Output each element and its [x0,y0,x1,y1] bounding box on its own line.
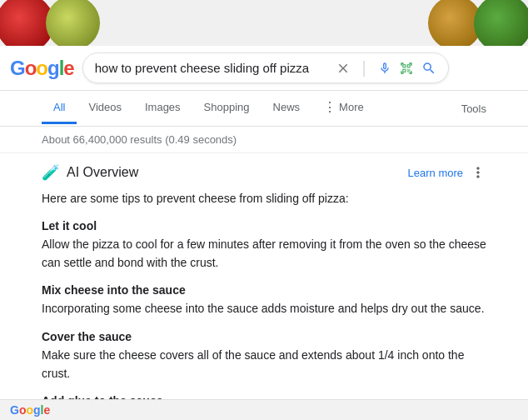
ai-overview-header: 🧪 AI Overview Learn more [42,163,486,182]
tip-desc-cover-sauce: Make sure the cheese covers all of the s… [42,347,486,382]
tools-button[interactable]: Tools [461,94,486,123]
main-content: 🧪 AI Overview Learn more Here are some t… [0,153,528,420]
tab-videos[interactable]: Videos [77,92,133,124]
footer-logo: Google [10,403,50,417]
search-bar: | [82,52,449,83]
clear-button[interactable] [336,61,351,76]
microphone-button[interactable] [378,62,391,75]
tab-all[interactable]: All [42,92,77,124]
more-options-button[interactable] [470,164,486,181]
nav-tabs: All Videos Images Shopping News ⋮ More T… [0,91,528,127]
tip-let-cool: Let it cool Allow the pizza to cool for … [42,219,486,272]
search-input[interactable] [95,61,336,75]
tip-title-let-cool: Let it cool [42,219,486,232]
tab-more[interactable]: ⋮ More [311,91,376,126]
tip-title-cover-sauce: Cover the sauce [42,330,486,343]
more-dots-icon: ⋮ [323,99,336,115]
ai-intro-text: Here are some tips to prevent cheese fro… [42,190,486,208]
tip-desc-let-cool: Allow the pizza to cool for a few minute… [42,236,486,272]
ai-overview-left: 🧪 AI Overview [42,163,138,182]
header: Google | [0,46,528,91]
search-divider: | [362,58,366,78]
tip-title-mix-cheese: Mix cheese into the sauce [42,283,486,297]
ai-overview-right: Learn more [408,164,486,181]
footer: Google [0,399,528,420]
tab-news[interactable]: News [262,92,312,124]
ai-overview-title: AI Overview [67,165,138,180]
google-logo: Google [10,57,74,80]
microphone-icon [378,62,391,75]
clear-icon [336,61,351,76]
results-info: About 66,400,000 results (0.49 seconds) [0,127,528,153]
food-image-strip [0,0,528,46]
learn-more-button[interactable]: Learn more [408,167,463,179]
search-icons: | [336,58,436,78]
tip-desc-mix-cheese: Incorporating some cheese into the sauce… [42,300,486,318]
search-button[interactable] [421,61,436,76]
tip-cover-sauce: Cover the sauce Make sure the cheese cov… [42,330,486,382]
tip-mix-cheese: Mix cheese into the sauce Incorporating … [42,283,486,318]
vertical-dots-icon [470,164,486,181]
ai-flask-icon: 🧪 [42,163,60,182]
tab-shopping[interactable]: Shopping [192,92,262,124]
lens-button[interactable] [400,62,413,75]
search-magnifier-icon [421,61,436,76]
lens-icon [400,62,413,75]
tab-images[interactable]: Images [133,92,192,124]
